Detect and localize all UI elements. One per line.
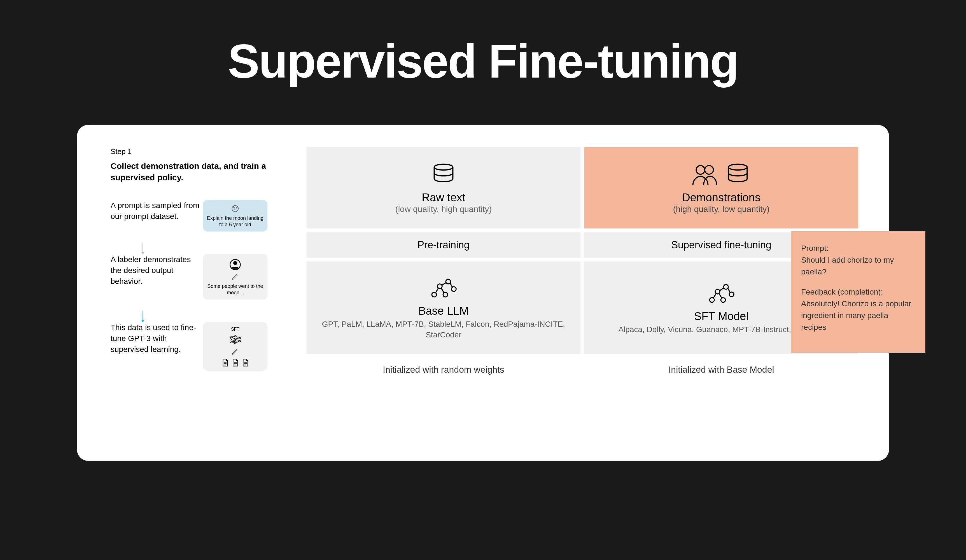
svg-point-26 — [715, 289, 720, 294]
pencil-icon — [231, 347, 240, 356]
svg-point-12 — [234, 340, 236, 342]
sft-small-label: SFT — [231, 327, 240, 332]
people-icon — [691, 162, 719, 187]
database-icon — [724, 162, 752, 187]
init-note: Initialized with random weights — [383, 364, 504, 376]
svg-point-20 — [432, 292, 437, 297]
example-feedback-label: Feedback (completion): — [801, 286, 915, 298]
pencil-icon — [231, 273, 240, 281]
svg-point-21 — [437, 284, 442, 289]
step-row-labeler: A labeler demonstrates the desired outpu… — [111, 254, 301, 300]
cell-demonstrations: Demonstrations (high quality, low quanti… — [584, 147, 858, 228]
database-icon — [429, 162, 458, 187]
step-label: Step 1 — [111, 147, 301, 156]
documents-row — [221, 358, 250, 367]
sft-box: SFT — [203, 322, 268, 371]
svg-point-4 — [237, 207, 237, 207]
svg-point-24 — [451, 287, 456, 291]
svg-point-22 — [443, 292, 448, 297]
cell-body: GPT, PaLM, LLaMA, MPT-7B, StableLM, Falc… — [318, 319, 569, 340]
cell-init-right: Initialized with Base Model — [584, 358, 858, 380]
svg-point-25 — [710, 298, 714, 302]
moon-face-icon — [231, 204, 240, 213]
cell-init-left: Initialized with random weights — [307, 358, 580, 380]
cell-subtitle: (low quality, high quantity) — [395, 204, 492, 214]
step-row-train: This data is used to fine-tune GPT-3 wit… — [111, 322, 301, 371]
svg-point-9 — [230, 341, 232, 343]
arrow-down-icon — [143, 311, 143, 322]
svg-point-6 — [234, 261, 237, 264]
step-illustration: Some people went to the moon... — [203, 254, 268, 300]
svg-point-8 — [230, 338, 232, 340]
svg-point-19 — [729, 164, 748, 170]
svg-point-1 — [234, 207, 235, 208]
network-graph-icon — [429, 276, 458, 301]
svg-point-29 — [729, 292, 734, 297]
svg-point-16 — [434, 164, 453, 170]
cell-title: Base LLM — [418, 305, 469, 317]
svg-point-11 — [234, 338, 236, 340]
cell-subtitle: (high quality, low quantity) — [673, 204, 770, 214]
example-feedback-text: Absolutely! Chorizo is a popular ingredi… — [801, 299, 912, 332]
document-icon — [221, 358, 229, 367]
step-text: A prompt is sampled from our prompt data… — [111, 200, 203, 222]
document-icon — [231, 358, 240, 367]
slide: Supervised Fine-tuning Step 1 Collect de… — [0, 0, 966, 560]
content-card: Step 1 Collect demonstration data, and t… — [77, 125, 889, 461]
slide-title: Supervised Fine-tuning — [228, 34, 738, 89]
example-feedback: Feedback (completion): Absolutely! Chori… — [801, 286, 915, 333]
cell-title: Raw text — [422, 191, 465, 204]
step-illustration: SFT — [203, 322, 268, 371]
cell-title: SFT Model — [694, 310, 749, 323]
person-icon — [229, 258, 242, 271]
step-text: This data is used to fine-tune GPT-3 wit… — [111, 322, 203, 355]
arrow-down-icon — [143, 243, 143, 254]
example-prompt: Prompt: Should I add chorizo to my paell… — [801, 243, 915, 278]
init-note: Initialized with Base Model — [669, 364, 774, 376]
prompt-example-box: Explain the moon landing to a 6 year old — [203, 200, 268, 232]
step-text: A labeler demonstrates the desired outpu… — [111, 254, 203, 287]
svg-point-7 — [230, 336, 232, 338]
svg-point-27 — [721, 298, 726, 302]
cell-base-llm: Base LLM GPT, PaLM, LLaMA, MPT-7B, Stabl… — [307, 261, 580, 354]
svg-point-13 — [234, 342, 236, 344]
cell-raw-text: Raw text (low quality, high quantity) — [307, 147, 580, 228]
cell-label: Supervised fine-tuning — [671, 239, 771, 251]
labeler-box: Some people went to the moon... — [203, 254, 268, 300]
cell-label: Pre-training — [417, 239, 470, 251]
step-row-prompt: A prompt is sampled from our prompt data… — [111, 200, 301, 232]
prompt-example-text: Explain the moon landing to a 6 year old — [206, 215, 264, 228]
svg-point-2 — [236, 207, 237, 208]
cell-title: Demonstrations — [682, 191, 761, 204]
document-icon — [241, 358, 250, 367]
step-illustration: Explain the moon landing to a 6 year old — [203, 200, 268, 232]
neural-net-icon — [229, 333, 242, 345]
svg-point-17 — [696, 166, 705, 174]
network-graph-icon — [707, 281, 735, 306]
labeler-output-text: Some people went to the moon... — [206, 283, 264, 296]
example-prompt-text: Should I add chorizo to my paella? — [801, 256, 894, 276]
example-prompt-label: Prompt: — [801, 243, 915, 254]
comparison-grid: Raw text (low quality, high quantity) De… — [307, 147, 858, 444]
step-headline: Collect demonstration data, and train a … — [111, 161, 301, 183]
example-callout: Prompt: Should I add chorizo to my paell… — [791, 231, 925, 353]
svg-point-10 — [234, 335, 236, 337]
svg-point-3 — [233, 206, 234, 207]
step-panel: Step 1 Collect demonstration data, and t… — [111, 147, 301, 444]
svg-point-15 — [239, 340, 241, 342]
svg-point-18 — [705, 166, 713, 174]
cell-pretraining-label: Pre-training — [307, 232, 580, 258]
svg-point-14 — [239, 337, 241, 339]
icon-row — [691, 162, 752, 187]
